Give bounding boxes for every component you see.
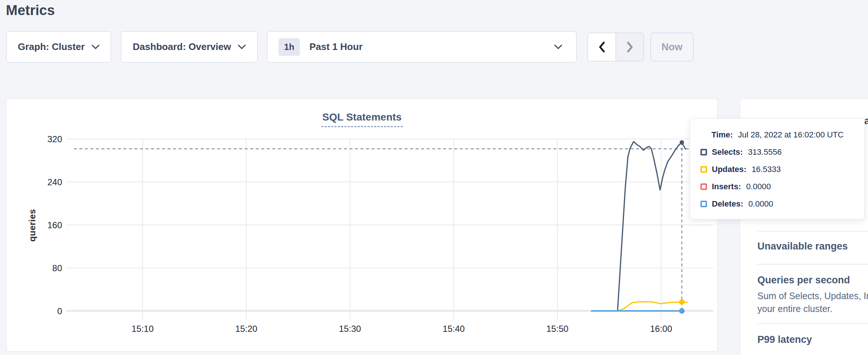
dashboard-dropdown-label: Dashboard: Overview: [133, 41, 231, 53]
tooltip-series-label: Updates:: [712, 165, 746, 174]
tooltip-series-value: 313.5556: [748, 147, 782, 157]
svg-text:0: 0: [57, 306, 62, 316]
divider: [757, 264, 868, 265]
next-time-button[interactable]: [616, 33, 643, 61]
hover-dot-updates: [679, 299, 685, 305]
prev-time-button[interactable]: [588, 33, 616, 61]
dashboard-dropdown[interactable]: Dashboard: Overview: [121, 31, 258, 62]
tooltip-time-value: Jul 28, 2022 at 16:02:00 UTC: [738, 130, 843, 140]
chevron-right-icon: [626, 42, 634, 53]
chevron-down-icon: [92, 44, 100, 50]
tooltip-series-value: 0.0000: [746, 182, 771, 191]
chart-tooltip: Time: Jul 28, 2022 at 16:02:00 UTC Selec…: [690, 118, 865, 219]
page-title: Metrics: [6, 1, 55, 19]
divider: [757, 231, 868, 232]
deletes-legend-swatch: [700, 201, 707, 207]
tooltip-series-value: 0.0000: [749, 199, 773, 209]
svg-text:240: 240: [47, 177, 62, 187]
sidebar-description-line: your entire cluster.: [757, 304, 832, 314]
chevron-down-icon: [554, 44, 562, 50]
time-range-dropdown[interactable]: 1h Past 1 Hour: [267, 31, 577, 62]
tooltip-time-row: Time: Jul 28, 2022 at 16:02:00 UTC: [690, 126, 864, 143]
tooltip-row-updates: Updates: 16.5333: [690, 161, 864, 178]
inserts-legend-swatch: [700, 183, 707, 190]
svg-text:320: 320: [47, 134, 62, 144]
tooltip-series-label: Selects:: [712, 147, 743, 157]
svg-text:16:00: 16:00: [650, 324, 672, 334]
svg-text:15:40: 15:40: [443, 324, 465, 334]
selects-legend-swatch: [700, 149, 707, 155]
svg-text:15:20: 15:20: [235, 324, 257, 334]
series-line-updates: [592, 302, 687, 311]
time-window-nav: [588, 33, 644, 61]
tooltip-series-value: 16.5333: [752, 165, 781, 174]
sql-statements-chart[interactable]: 32024016080015:1015:2015:3015:4015:5016:…: [7, 99, 718, 352]
graph-dropdown[interactable]: Graph: Cluster: [6, 31, 111, 62]
svg-text:15:10: 15:10: [132, 324, 154, 334]
chevron-left-icon: [598, 42, 606, 53]
sql-statements-card: SQL Statements queries 32024016080015:10…: [6, 98, 718, 352]
tooltip-series-label: Inserts:: [712, 182, 741, 191]
axis-tick-labels: 32024016080015:1015:2015:3015:4015:5016:…: [47, 134, 672, 334]
sidebar-description-line: Sum of Selects, Updates, Inser: [757, 291, 868, 301]
hover-dot-selects: [679, 140, 684, 144]
divider: [757, 323, 868, 324]
svg-text:15:50: 15:50: [546, 324, 568, 334]
tooltip-row-inserts: Inserts: 0.0000: [690, 178, 864, 195]
crosshair: [74, 142, 713, 312]
svg-text:160: 160: [47, 220, 62, 230]
time-range-badge: 1h: [279, 38, 300, 56]
gridlines: [67, 139, 713, 320]
tooltip-row-deletes: Deletes: 0.0000: [690, 195, 864, 212]
time-range-label: Past 1 Hour: [309, 41, 545, 53]
hover-dot-deletes: [679, 308, 685, 314]
metrics-page: Metrics Graph: Cluster Dashboard: Overvi…: [0, 0, 868, 355]
chevron-down-icon: [238, 44, 246, 50]
sidebar-heading-p99-latency: P99 latency: [757, 334, 812, 345]
updates-legend-swatch: [700, 166, 707, 173]
sidebar-heading-queries-per-second: Queries per second: [757, 275, 850, 286]
graph-dropdown-label: Graph: Cluster: [18, 41, 85, 53]
tooltip-time-label: Time:: [711, 130, 733, 140]
series-line-selects: [592, 141, 685, 311]
tooltip-series-label: Deletes:: [712, 199, 743, 209]
tooltip-row-selects: Selects: 313.5556: [690, 143, 864, 161]
now-button[interactable]: Now: [650, 33, 693, 61]
svg-text:80: 80: [52, 263, 62, 273]
sidebar-heading-unavailable-ranges: Unavailable ranges: [757, 241, 848, 252]
svg-text:15:30: 15:30: [339, 324, 361, 334]
clipped-text-fragment: a: [864, 115, 868, 127]
